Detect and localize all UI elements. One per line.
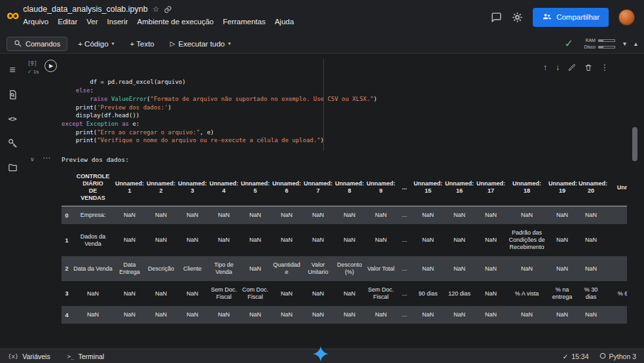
link-icon[interactable] bbox=[164, 5, 172, 14]
table-cell: NaN bbox=[475, 256, 507, 281]
row-index: 3 bbox=[62, 281, 72, 306]
column-ruler bbox=[323, 59, 324, 151]
table-cell: NaN bbox=[475, 224, 507, 256]
table-cell: % na entrega bbox=[547, 281, 577, 306]
menu-item-editar[interactable]: Editar bbox=[53, 16, 82, 27]
table-cell: Cliente bbox=[177, 256, 208, 281]
chevron-down-icon: ▾ bbox=[228, 41, 230, 47]
ram-gauge-row: RAM bbox=[581, 38, 615, 43]
python-icon bbox=[599, 353, 606, 360]
output-options-icon[interactable]: ⋯ bbox=[43, 153, 51, 162]
run-all-button[interactable]: ▷ Executar tudo ▾ bbox=[165, 38, 236, 50]
collapse-output-icon[interactable]: ∨ bbox=[30, 156, 35, 162]
more-vert-icon[interactable]: ⋮ bbox=[601, 63, 609, 72]
play-outline-icon: ▷ bbox=[170, 40, 175, 47]
kernel-selector[interactable]: Python 3 bbox=[599, 353, 636, 360]
scrollbar-thumb[interactable] bbox=[632, 127, 637, 161]
table-cell: NaN bbox=[412, 306, 444, 324]
add-text-button[interactable]: + Texto bbox=[125, 38, 160, 50]
settings-gear-icon[interactable] bbox=[512, 12, 523, 23]
dataframe-table: CONTROLE DIÁRIO DE VENDASUnnamed: 1Unnam… bbox=[62, 169, 627, 324]
code-line[interactable]: else: bbox=[62, 86, 377, 95]
chevron-down-icon: ▾ bbox=[112, 41, 115, 47]
variables-button[interactable]: {x} Variáveis bbox=[8, 353, 50, 360]
table-cell bbox=[605, 256, 627, 281]
column-header: Unnamed: 19 bbox=[547, 169, 577, 206]
run-cell-button[interactable]: ▶ bbox=[45, 60, 57, 72]
table-cell: NaN bbox=[177, 306, 208, 324]
table-cell: Data Entrega bbox=[114, 256, 145, 281]
delete-cell-icon[interactable] bbox=[584, 64, 592, 71]
menu-item-inserir[interactable]: Inserir bbox=[103, 16, 133, 27]
share-button[interactable]: Compartilhar bbox=[533, 8, 609, 27]
code-line[interactable]: print('Preview dos dados:') bbox=[62, 104, 377, 112]
table-cell: 120 dias bbox=[444, 281, 475, 306]
collapse-header-icon[interactable]: ▴ bbox=[634, 40, 637, 47]
table-cell: NaN bbox=[577, 206, 605, 225]
table-cell: NaN bbox=[177, 281, 208, 306]
kernel-label: Python 3 bbox=[609, 353, 636, 360]
commands-label: Comandos bbox=[26, 40, 60, 48]
code-snippets-icon[interactable]: <> bbox=[5, 111, 20, 126]
add-code-button[interactable]: + Código ▾ bbox=[73, 38, 119, 50]
code-line[interactable]: print("Verifique o nome do arquivo ou re… bbox=[62, 136, 377, 145]
left-sidebar: ≡ <> bbox=[0, 54, 25, 349]
code-line[interactable]: print("Erro ao carregar o arquivo:", e) bbox=[62, 128, 377, 137]
move-cell-down-icon[interactable]: ↓ bbox=[556, 63, 560, 72]
commands-button[interactable]: Comandos bbox=[7, 37, 67, 51]
table-cell: % 30 dias bbox=[577, 281, 605, 306]
table-cell bbox=[605, 206, 627, 225]
column-header: Unnamed: 20 bbox=[577, 169, 605, 206]
chevron-down-icon[interactable]: ▾ bbox=[623, 40, 626, 47]
menu-item-ferramentas[interactable]: Ferramentas bbox=[219, 16, 270, 27]
row-index: 4 bbox=[62, 306, 72, 324]
last-run-status: ✓ 15:34 bbox=[562, 353, 588, 360]
column-header: Unnamed: 3 bbox=[177, 169, 208, 206]
edit-cell-icon[interactable] bbox=[568, 64, 576, 71]
code-line[interactable]: display(df.head()) bbox=[62, 111, 377, 120]
toolbar-left: Comandos + Código ▾ + Texto ▷ Executar t… bbox=[7, 37, 236, 51]
notebook-filename[interactable]: claude_data_analysis_colab.ipynb bbox=[23, 5, 147, 14]
avatar[interactable] bbox=[618, 9, 635, 26]
table-of-contents-icon[interactable]: ≡ bbox=[5, 63, 20, 77]
row-index: 1 bbox=[62, 224, 72, 256]
code-editor[interactable]: df = pd.read_excel(arquivo) else: raise … bbox=[62, 62, 377, 161]
table-cell: NaN bbox=[412, 206, 444, 225]
comment-icon[interactable] bbox=[491, 12, 502, 23]
table-row: 3NaNNaNNaNNaNSem Doc. FiscalCom Doc. Fis… bbox=[62, 281, 627, 306]
table-cell: NaN bbox=[412, 256, 444, 281]
table-cell: NaN bbox=[145, 281, 177, 306]
table-cell: NaN bbox=[240, 256, 271, 281]
table-cell: NaN bbox=[547, 306, 577, 324]
top-bar: ∞ claude_data_analysis_colab.ipynb ☆ Arq… bbox=[0, 0, 644, 34]
check-icon: ✓ bbox=[27, 69, 32, 75]
table-cell: NaN bbox=[444, 206, 475, 225]
table-cell: NaN bbox=[145, 306, 177, 324]
vertical-scrollbar[interactable] bbox=[632, 55, 637, 347]
secrets-key-icon[interactable] bbox=[5, 136, 20, 150]
table-cell: ... bbox=[397, 224, 412, 256]
resources-gauge[interactable]: RAM Disco bbox=[581, 38, 615, 49]
table-cell: NaN bbox=[444, 306, 475, 324]
menu-item-arquivo[interactable]: Arquivo bbox=[18, 16, 53, 27]
table-cell: ... bbox=[397, 206, 412, 225]
find-replace-icon[interactable] bbox=[5, 87, 20, 102]
code-line[interactable]: raise ValueError("Formato de arquivo não… bbox=[62, 95, 377, 104]
disk-bar bbox=[598, 46, 615, 48]
table-cell: NaN bbox=[208, 306, 240, 324]
table-cell: NaN bbox=[208, 206, 240, 225]
files-folder-icon[interactable] bbox=[5, 160, 20, 174]
code-line[interactable]: except Exception as e: bbox=[62, 120, 377, 128]
move-cell-up-icon[interactable]: ↑ bbox=[543, 63, 547, 72]
code-line[interactable]: df = pd.read_excel(arquivo) bbox=[62, 78, 377, 86]
share-label: Compartilhar bbox=[556, 13, 599, 21]
menu-item-ajuda[interactable]: Ajuda bbox=[270, 16, 298, 27]
menu-item-ver[interactable]: Ver bbox=[82, 16, 102, 27]
gemini-spark-button[interactable] bbox=[312, 345, 329, 362]
column-header: CONTROLE DIÁRIO DE VENDAS bbox=[72, 169, 114, 206]
menu-item-ambiente-de-execucao[interactable]: Ambiente de execução bbox=[133, 16, 219, 27]
menu-bar: ArquivoEditarVerInserirAmbiente de execu… bbox=[18, 16, 298, 27]
terminal-button[interactable]: >_ Terminal bbox=[67, 353, 105, 360]
share-people-icon bbox=[542, 12, 552, 23]
star-icon[interactable]: ☆ bbox=[152, 5, 160, 14]
